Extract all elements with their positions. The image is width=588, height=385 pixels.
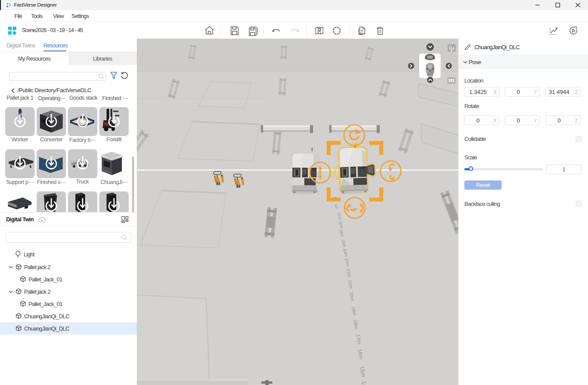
svg-text:14: 14 — [360, 381, 368, 385]
